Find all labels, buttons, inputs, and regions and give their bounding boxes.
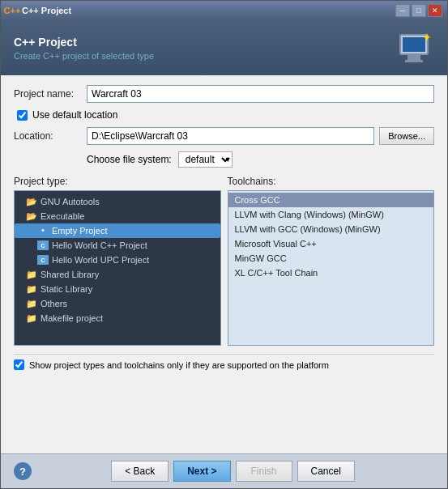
- tree-item-label: Others: [41, 299, 67, 308]
- list-item-llvm-clang-mingw[interactable]: LLVM with Clang (Windows) (MinGW): [228, 207, 434, 222]
- close-button[interactable]: ✕: [428, 4, 442, 17]
- monitor-base: [405, 60, 423, 62]
- cpp-project-icon: C: [37, 254, 49, 266]
- header-title: C++ Project: [14, 36, 154, 49]
- title-bar-app-icon: C++: [6, 4, 19, 17]
- list-item-label: Cross GCC: [235, 195, 280, 205]
- list-item-label: MinGW GCC: [235, 253, 287, 263]
- project-type-label: Project type:: [14, 176, 221, 187]
- folder-icon: 📁: [26, 298, 37, 309]
- sparkle-icon: ✦: [422, 31, 432, 44]
- tree-item-static-library[interactable]: 📁 Static Library: [15, 282, 220, 296]
- tree-item-label: GNU Autotools: [41, 197, 100, 206]
- browse-button[interactable]: Browse...: [379, 127, 434, 145]
- project-type-panel: Project type: 📂 GNU Autotools 📂 Executab…: [14, 176, 221, 346]
- bottom-checkbox-row: Show project types and toolchains only i…: [14, 354, 434, 375]
- tree-item-hello-world-upc[interactable]: C Hello World UPC Project: [15, 253, 220, 267]
- project-name-row: Project name:: [14, 85, 434, 103]
- use-default-location-label: Use default location: [32, 109, 117, 121]
- footer-buttons: < Back Next > Finish Cancel: [32, 461, 434, 482]
- tree-item-others[interactable]: 📁 Others: [15, 296, 220, 311]
- project-name-label: Project name:: [14, 88, 87, 100]
- tree-item-shared-library[interactable]: 📁 Shared Library: [15, 267, 220, 282]
- toolchains-list[interactable]: Cross GCC LLVM with Clang (Windows) (Min…: [228, 190, 435, 346]
- list-item-xl-cpp[interactable]: XL C/C++ Tool Chain: [228, 266, 434, 280]
- folder-icon: 📁: [26, 313, 37, 324]
- filesystem-label: Choose file system:: [87, 154, 172, 165]
- tree-item-label: Shared Library: [41, 270, 99, 279]
- header-icon: ✦: [394, 30, 434, 66]
- list-item-cross-gcc[interactable]: Cross GCC: [228, 193, 434, 207]
- tree-item-label: Hello World C++ Project: [52, 240, 147, 250]
- main-window: C++ C++ Project ─ □ ✕ C++ Project Create…: [0, 0, 448, 489]
- tree-item-empty-project[interactable]: ✦ Empty Project: [15, 223, 220, 238]
- toolchains-panel: Toolchains: Cross GCC LLVM with Clang (W…: [228, 176, 435, 346]
- content-area: Project name: Use default location Locat…: [1, 75, 447, 453]
- two-panels: Project type: 📂 GNU Autotools 📂 Executab…: [14, 176, 434, 346]
- list-item-label: XL C/C++ Tool Chain: [235, 268, 318, 278]
- tree-item-hello-world-cpp[interactable]: C Hello World C++ Project: [15, 238, 220, 253]
- tree-item-label: Static Library: [41, 284, 92, 294]
- platform-support-label: Show project types and toolchains only i…: [29, 360, 329, 370]
- title-bar-controls: ─ □ ✕: [395, 4, 442, 17]
- tree-item-label: Empty Project: [52, 226, 107, 236]
- folder-icon: 📁: [26, 283, 37, 295]
- location-label: Location:: [14, 130, 87, 142]
- folder-open-icon: 📂: [26, 210, 37, 222]
- empty-project-icon: ✦: [37, 225, 49, 236]
- toolchains-label: Toolchains:: [228, 176, 435, 187]
- tree-item-gnu-autotools[interactable]: 📂 GNU Autotools: [15, 194, 220, 209]
- project-name-input[interactable]: [87, 85, 434, 103]
- filesystem-select[interactable]: default: [178, 151, 233, 168]
- folder-open-icon: 📂: [26, 196, 37, 207]
- title-bar-left: C++ C++ Project: [6, 4, 71, 17]
- use-default-location-row: Use default location: [17, 109, 434, 121]
- folder-icon: 📁: [26, 269, 37, 280]
- computer-icon: ✦: [399, 34, 429, 62]
- tree-item-label: Makefile project: [41, 313, 103, 323]
- use-default-location-checkbox[interactable]: [17, 110, 28, 121]
- next-button[interactable]: Next >: [173, 461, 230, 482]
- help-button[interactable]: ?: [14, 462, 32, 480]
- back-button[interactable]: < Back: [111, 461, 169, 482]
- filesystem-row: Choose file system: default ▼: [87, 151, 434, 168]
- tree-item-label: Hello World UPC Project: [52, 255, 149, 265]
- platform-support-checkbox[interactable]: [14, 359, 24, 370]
- tree-item-executable[interactable]: 📂 Executable: [15, 209, 220, 223]
- minimize-button[interactable]: ─: [395, 4, 410, 17]
- list-item-label: LLVM with GCC (Windows) (MinGW): [235, 224, 381, 234]
- list-item-label: Microsoft Visual C++: [235, 239, 317, 249]
- title-bar: C++ C++ Project ─ □ ✕: [1, 1, 447, 20]
- list-item-label: LLVM with Clang (Windows) (MinGW): [235, 210, 384, 219]
- header-text: C++ Project Create C++ project of select…: [14, 36, 154, 61]
- maximize-button[interactable]: □: [412, 4, 426, 17]
- header: C++ Project Create C++ project of select…: [1, 20, 447, 75]
- title-bar-text: C++ Project: [22, 6, 71, 15]
- finish-button[interactable]: Finish: [236, 461, 292, 482]
- tree-item-label: Executable: [41, 211, 84, 221]
- location-input[interactable]: [87, 127, 374, 145]
- cpp-project-icon: C: [37, 240, 49, 251]
- footer: ? < Back Next > Finish Cancel: [1, 453, 447, 488]
- list-item-llvm-gcc-mingw[interactable]: LLVM with GCC (Windows) (MinGW): [228, 222, 434, 236]
- location-row: Location: Browse...: [14, 127, 434, 145]
- project-type-tree[interactable]: 📂 GNU Autotools 📂 Executable ✦ Empty Pro…: [14, 190, 221, 346]
- header-subtitle: Create C++ project of selected type: [14, 51, 154, 61]
- list-item-mingw-gcc[interactable]: MinGW GCC: [228, 251, 434, 266]
- list-item-ms-visual-cpp[interactable]: Microsoft Visual C++: [228, 236, 434, 251]
- tree-item-makefile-project[interactable]: 📁 Makefile project: [15, 311, 220, 325]
- cancel-button[interactable]: Cancel: [297, 461, 355, 482]
